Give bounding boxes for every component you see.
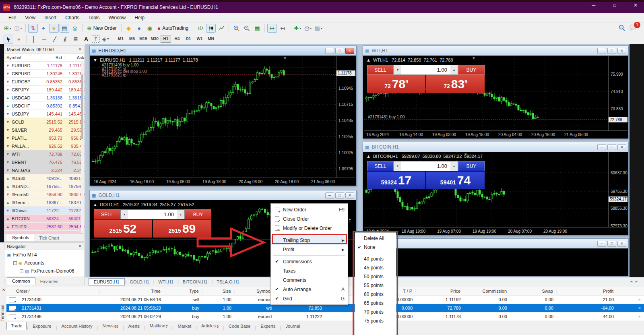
menu-help[interactable]: Help [130, 14, 149, 22]
menu-item-trailing-stop[interactable]: Trailing Stop▶ [271, 236, 348, 245]
market-watch-row[interactable]: ▲ETHER...2587.602594.89 [4, 223, 84, 231]
chart-window-eurusd[interactable]: ▦ EURUSD,H1 ─ □ ✕ ▼EURUSD,H1 1.112111.11… [89, 45, 357, 186]
submenu-item-none[interactable]: ✔None [355, 243, 396, 252]
tree-collapse-icon[interactable]: − [13, 261, 17, 265]
market-watch-row[interactable]: ▲#US3040919...40921... [4, 174, 84, 182]
new-order-button[interactable]: ⊕New Order [85, 24, 119, 33]
chart-tab-tsla-o-h1[interactable]: TSLA.O,H1 [213, 279, 243, 285]
chart-minimize-icon[interactable]: ─ [325, 192, 334, 199]
terminal-tab-experts[interactable]: Experts [256, 323, 279, 330]
timeframe-m5[interactable]: M5 [127, 35, 137, 43]
chart-maximize-icon[interactable]: □ [607, 48, 616, 54]
column-header-profit[interactable]: Profit [557, 289, 617, 294]
volume-decrease-icon[interactable]: ▾ [394, 161, 401, 171]
templates-icon[interactable]: ▧▾ [314, 24, 323, 33]
text-label-tool-icon[interactable]: T [92, 35, 100, 43]
market-watch-row[interactable]: ▼PLATI...953.73956.82 [4, 134, 84, 142]
close-position-icon[interactable]: × [617, 297, 644, 302]
navigator-item-fxpro-mt4[interactable]: ▣FxPro MT4 [7, 251, 84, 259]
market-watch-row[interactable]: ▲#Germ...18367...18370... [4, 199, 84, 207]
market-watch-row[interactable]: ▲#USND...19755...19756... [4, 182, 84, 190]
terminal-tab-news[interactable]: News99 [98, 322, 122, 330]
menu-view[interactable]: View [21, 14, 40, 22]
tab-favorites[interactable]: Favorites [35, 278, 63, 285]
market-watch-row[interactable]: ▼USDJPY145.441145.454 [4, 110, 84, 118]
column-header-order[interactable]: Order ⁄ [6, 289, 100, 294]
terminal-tab-journal[interactable]: Journal [281, 323, 304, 330]
menu-file[interactable]: File [4, 14, 21, 22]
terminal-close-icon[interactable]: ✕ [2, 287, 5, 292]
tab-scroll-icons[interactable]: ◂▸ [630, 279, 641, 283]
buy-price-box[interactable]: 5940174 [426, 172, 485, 189]
market-watch-row[interactable]: ▼EURGBP0.853520.85369 [4, 78, 84, 86]
chart-tab-eurusd-h1[interactable]: EURUSD,H1 [89, 278, 125, 285]
menu-item-new-order[interactable]: New OrderF9 [271, 205, 348, 214]
submenu-item-55-points[interactable]: 55 points [355, 281, 396, 290]
sell-button[interactable]: SELL [367, 161, 394, 171]
close-position-icon[interactable]: × [617, 306, 644, 310]
cursor-tool-icon[interactable] [4, 35, 13, 43]
submenu-item-70-points[interactable]: 70 points [355, 308, 396, 316]
chart-maximize-icon[interactable]: □ [607, 241, 616, 247]
terminal-tab-trade[interactable]: Trade [6, 322, 27, 330]
volume-input[interactable]: 1.00 [401, 65, 450, 74]
market-watch-row[interactable]: ▲USDCHF0.853920.85411 [4, 102, 84, 110]
terminal-tab-mailbox[interactable]: Mailbox7 [146, 322, 172, 330]
navigator-toggle-icon[interactable]: ★ [49, 24, 59, 33]
market-watch-row[interactable]: ▼PALLA...926.52935.48 [4, 142, 84, 150]
chart-tab-gold-h1[interactable]: GOLD,H1 [126, 279, 153, 285]
close-window-icon[interactable]: ✕ [630, 2, 642, 8]
terminal-tab-alerts[interactable]: Alerts [124, 323, 144, 330]
chart-minimize-icon[interactable]: ─ [325, 48, 334, 54]
volume-increase-icon[interactable]: ▴ [450, 161, 458, 171]
chart-tab-wti-h1[interactable]: WTI,H1 [155, 279, 178, 285]
notifications-icon[interactable]: 1 [630, 25, 637, 32]
chart-close-icon[interactable]: ✕ [617, 241, 626, 247]
chart-window-tsla[interactable]: ▦ TSLA.O,H1 ─ □ ✕ [363, 238, 629, 276]
menu-charts[interactable]: Charts [61, 14, 84, 22]
chart-close-icon[interactable]: ✕ [345, 192, 354, 199]
bar-chart-mode-icon[interactable] [196, 24, 205, 33]
chart-maximize-icon[interactable]: □ [335, 192, 344, 199]
vertical-line-tool-icon[interactable]: │ [29, 35, 39, 43]
menu-item-auto-arrange[interactable]: ✔Auto ArrangeA [271, 285, 348, 294]
navigator-item-accounts[interactable]: −◉Accounts [7, 259, 84, 267]
column-header-price[interactable]: Price [416, 289, 464, 294]
column-header-type[interactable]: Type [164, 289, 202, 294]
market-watch-row[interactable]: ▼NAT.GAS2.3242.345 [4, 166, 84, 174]
market-watch-row[interactable]: ▲BITCOIN59324...59401... [4, 215, 84, 223]
chart-window-bitcoin[interactable]: ▦ BITCOIN,H1 ─ □ ✕ ▲BITCOIN,H1 59299.075… [363, 142, 629, 236]
tab-symbols[interactable]: Symbols [7, 234, 34, 241]
zoom-out-icon[interactable] [242, 24, 252, 33]
timeframe-mn[interactable]: MN [206, 35, 216, 43]
menu-item-modify-or-delete-order[interactable]: Modify or Delete Order [271, 223, 348, 233]
market-watch-row[interactable]: ▼WTI72.78972.839 [4, 150, 84, 158]
chart-maximize-icon[interactable]: □ [607, 144, 616, 150]
submenu-item-45-points[interactable]: 45 points [355, 263, 396, 272]
buy-button[interactable]: BUY [458, 161, 485, 171]
tab-tick-chart[interactable]: Tick Chart [34, 235, 64, 241]
timeframe-d1[interactable]: D1 [183, 35, 194, 43]
menu-item-grid[interactable]: ✔GridG [271, 294, 348, 303]
volume-decrease-icon[interactable]: ▾ [394, 65, 401, 74]
column-header-time[interactable]: Time [100, 289, 164, 294]
market-watch-row[interactable]: ▼#Euro504858.904860.90 [4, 190, 84, 199]
timeframe-w1[interactable]: W1 [194, 35, 205, 43]
market-watch-row[interactable]: ▼#China...11722...11732... [4, 207, 84, 215]
chart-window-wti[interactable]: ▦ WTI,H1 ─ □ ✕ ▲WTI,H1 72.81472.85972.76… [363, 45, 629, 139]
terminal-tab-market[interactable]: Market [174, 323, 196, 330]
market-watch-scrollbar[interactable] [81, 62, 84, 236]
new-chart-icon[interactable]: ⊞▾ [3, 24, 12, 33]
chart-close-icon[interactable]: ✕ [345, 48, 354, 54]
horizontal-line-tool-icon[interactable]: ─ [39, 35, 49, 43]
buy-button[interactable]: BUY [458, 65, 485, 75]
market-watch-row[interactable]: ▼EURUSD1.111781.11192 [4, 62, 84, 70]
market-watch-row[interactable]: ▼GOLD2515.522515.89 [4, 118, 84, 126]
market-watch-close-icon[interactable]: ✕ [78, 47, 82, 52]
order-row[interactable]: 217314312024.08.21 05:58:23buy1.00wti72.… [6, 304, 644, 312]
chart-maximize-icon[interactable]: □ [335, 48, 344, 54]
community-icon[interactable]: ● [134, 24, 144, 33]
terminal-tab-account-history[interactable]: Account History [58, 323, 97, 330]
buy-price-box[interactable]: 72839 [426, 75, 485, 93]
volume-input[interactable]: 1.00 [401, 161, 450, 171]
